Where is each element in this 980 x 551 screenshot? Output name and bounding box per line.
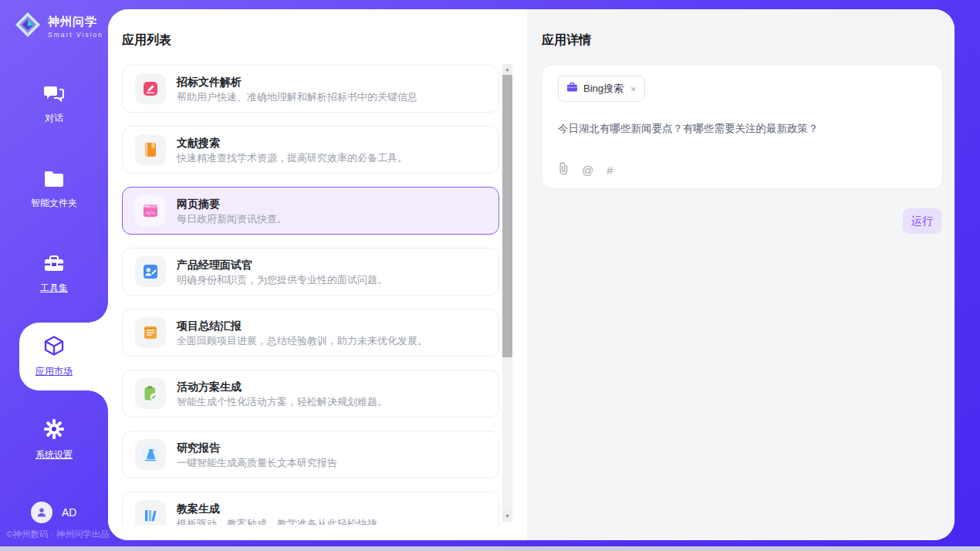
mention-icon[interactable]: @	[582, 164, 593, 177]
app-card-title: 项目总结汇报	[177, 319, 427, 332]
copyright-text: ©神州数码 · 神州问学出品	[6, 529, 110, 540]
interviewer-icon	[135, 256, 166, 287]
sidebar-item-settings[interactable]: 系统设置	[0, 418, 108, 461]
app-detail-panel: 应用详情 Bing搜索 × 今日湖北有哪些新闻要点？有哪些需要关注的最新政策？	[527, 9, 955, 540]
sidebar-item-chat[interactable]: 对话	[0, 83, 108, 125]
app-list-scrollbar[interactable]: ▲ ▼	[502, 64, 512, 522]
app-card[interactable]: 文献搜索快速精准查找学术资源，提高研究效率的必备工具。	[122, 126, 499, 174]
app-card-title: 招标文件解析	[177, 76, 417, 88]
app-detail-title: 应用详情	[542, 32, 591, 49]
app-card[interactable]: 项目总结汇报全面回顾项目进展，总结经验教训，助力未来优化发展。	[122, 309, 499, 357]
app-card-desc: 快速精准查找学术资源，提高研究效率的必备工具。	[177, 152, 407, 164]
prompt-editor[interactable]: Bing搜索 × 今日湖北有哪些新闻要点？有哪些需要关注的最新政策？ @ #	[542, 64, 943, 189]
app-card-desc: 模板驱动，教案秒成，教学准备从此轻松快捷	[177, 518, 377, 526]
user-row[interactable]: AD	[31, 502, 76, 523]
app-card-list: 招标文件解析帮助用户快速、准确地理解和解析招标书中的关键信息文献搜索快速精准查找…	[122, 65, 499, 525]
app-list-title: 应用列表	[122, 32, 171, 49]
logo-title: 神州问学	[48, 15, 103, 29]
app-card-desc: 全面回顾项目进展，总结经验教训，助力未来优化发展。	[177, 335, 427, 346]
app-card-title: 网页摘要	[177, 198, 287, 210]
app-card[interactable]: 招标文件解析帮助用户快速、准确地理解和解析招标书中的关键信息	[122, 65, 499, 113]
sidebar-item-label: 对话	[45, 112, 63, 125]
app-card-desc: 明确身份和职责，为您提供专业性的面试问题。	[177, 274, 387, 286]
logo-diamond-icon	[14, 11, 42, 42]
app-card-title: 活动方案生成	[177, 380, 387, 393]
chat-icon	[43, 93, 65, 106]
sidebar-item-label: 智能文件夹	[31, 197, 77, 210]
main-content: 应用列表 招标文件解析帮助用户快速、准确地理解和解析招标书中的关键信息文献搜索快…	[108, 9, 955, 540]
sidebar-item-tools[interactable]: 工具集	[0, 255, 108, 295]
book-icon	[135, 134, 166, 165]
prompt-text[interactable]: 今日湖北有哪些新闻要点？有哪些需要关注的最新政策？	[558, 122, 927, 136]
app-card[interactable]: 活动方案生成智能生成个性化活动方案，轻松解决规划难题。	[122, 370, 499, 417]
scrollbar-thumb[interactable]	[502, 75, 512, 357]
paperclip-icon[interactable]	[558, 162, 569, 178]
sidebar-item-label: 应用市场	[35, 365, 73, 378]
app-logo: 神州问学 Smart Vision	[0, 0, 108, 42]
hashtag-icon[interactable]: #	[607, 164, 613, 177]
browser-code-icon: </>	[135, 195, 166, 226]
app-list-panel: 应用列表 招标文件解析帮助用户快速、准确地理解和解析招标书中的关键信息文献搜索快…	[108, 9, 527, 540]
app-card-title: 产品经理面试官	[177, 259, 387, 271]
toolbox-icon	[43, 262, 65, 276]
clipboard-check-icon	[135, 378, 166, 409]
app-card[interactable]: </>网页摘要每日政府新闻资讯快查。	[122, 187, 499, 235]
tag-close-icon[interactable]: ×	[630, 83, 637, 95]
svg-text:</>: </>	[146, 210, 155, 216]
app-card[interactable]: 研究报告一键智能生成高质量长文本研究报告	[122, 431, 499, 478]
note-icon	[135, 317, 166, 348]
pen-square-icon	[135, 73, 166, 104]
user-name: AD	[62, 506, 76, 519]
tag-label: Bing搜索	[583, 82, 623, 96]
app-card-desc: 智能生成个性化活动方案，轻松解决规划难题。	[177, 396, 387, 407]
scroll-down-icon[interactable]: ▼	[502, 511, 512, 522]
logo-subtitle: Smart Vision	[48, 31, 103, 39]
research-icon	[135, 439, 166, 470]
app-card-title: 教案生成	[177, 502, 377, 515]
scroll-up-icon[interactable]: ▲	[502, 64, 512, 75]
cube-icon	[43, 346, 65, 359]
app-card-desc: 每日政府新闻资讯快查。	[177, 213, 287, 225]
sidebar: 神州问学 Smart Vision 对话智能文件夹工具集应用市场系统设置 AD …	[0, 0, 108, 546]
gear-icon	[43, 429, 65, 442]
bing-search-tag[interactable]: Bing搜索 ×	[558, 76, 645, 102]
briefcase-icon	[566, 82, 578, 96]
app-card-desc: 帮助用户快速、准确地理解和解析招标书中的关键信息	[177, 91, 417, 103]
attachment-toolbar: @ #	[558, 162, 613, 178]
sidebar-item-folders[interactable]: 智能文件夹	[0, 170, 108, 210]
run-button[interactable]: 运行	[903, 208, 941, 234]
window-bottom-edge	[0, 546, 980, 551]
folder-icon	[43, 177, 65, 191]
app-card-title: 研究报告	[177, 441, 337, 454]
app-card-desc: 一键智能生成高质量长文本研究报告	[177, 457, 337, 468]
sidebar-item-label: 系统设置	[35, 448, 73, 461]
user-avatar-icon[interactable]	[31, 502, 52, 523]
sidebar-item-market[interactable]: 应用市场	[0, 335, 108, 378]
app-card[interactable]: 产品经理面试官明确身份和职责，为您提供专业性的面试问题。	[122, 248, 499, 296]
books-icon	[135, 500, 166, 525]
app-card-title: 文献搜索	[177, 137, 407, 149]
sidebar-item-label: 工具集	[40, 282, 68, 295]
app-card[interactable]: 教案生成模板驱动，教案秒成，教学准备从此轻松快捷	[122, 492, 499, 525]
